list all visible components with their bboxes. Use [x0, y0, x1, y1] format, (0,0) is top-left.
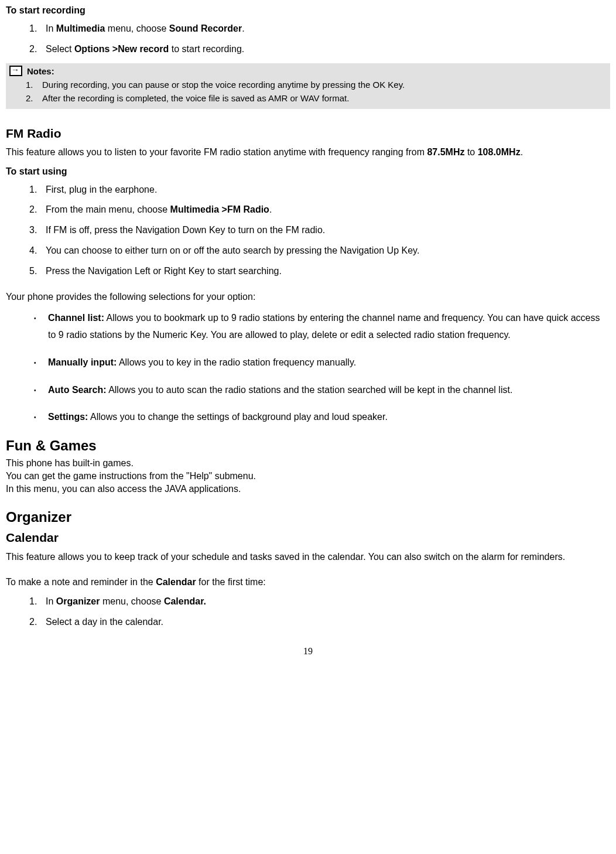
organizer-steps: 1. In Organizer menu, choose Calendar. 2… [29, 596, 610, 628]
list-item: 2. Select a day in the calendar. [29, 616, 610, 628]
fm-radio-intro: This feature allows you to listen to you… [6, 146, 610, 159]
step-text: From the main menu, choose Multimedia >F… [46, 204, 272, 216]
bullet-icon: • [34, 354, 48, 371]
step-number: 5. [29, 265, 46, 278]
step-number: 2. [29, 204, 46, 216]
list-item: 1. In Organizer menu, choose Calendar. [29, 596, 610, 608]
list-item: • Manually input: Allows you to key in t… [34, 354, 610, 371]
option-text: Manually input: Allows you to key in the… [48, 354, 356, 371]
bullet-icon: • [34, 310, 48, 344]
step-number: 2. [29, 616, 46, 628]
list-item: 1. During recording, you can pause or st… [26, 78, 607, 91]
bullet-icon: • [34, 409, 48, 426]
arrow-box-icon [9, 66, 22, 76]
step-number: 3. [29, 224, 46, 237]
fun-games-line: This phone has built-in games. [6, 457, 610, 470]
step-text: In Organizer menu, choose Calendar. [46, 596, 206, 608]
fm-start-heading: To start using [6, 166, 610, 178]
fun-games-heading: Fun & Games [6, 436, 610, 455]
fm-steps: 1. First, plug in the earphone. 2. From … [29, 184, 610, 278]
step-text: Select a day in the calendar. [46, 616, 163, 628]
list-item: • Settings: Allows you to change the set… [34, 409, 610, 426]
step-number: 1. [26, 78, 42, 91]
recording-steps: 1. In Multimedia menu, choose Sound Reco… [29, 23, 610, 56]
list-item: 2. Select Options >New record to start r… [29, 43, 610, 56]
step-text: If FM is off, press the Navigation Down … [46, 224, 325, 237]
notes-box: Notes: 1. During recording, you can paus… [6, 63, 610, 109]
step-number: 1. [29, 23, 46, 35]
list-item: • Auto Search: Allows you to auto scan t… [34, 382, 610, 399]
calendar-intro: This feature allows you to keep track of… [6, 551, 610, 563]
step-text: Press the Navigation Left or Right Key t… [46, 265, 282, 278]
make-note-line: To make a note and reminder in the Calen… [6, 576, 610, 589]
calendar-heading: Calendar [6, 530, 610, 545]
note-text: During recording, you can pause or stop … [42, 78, 405, 91]
option-text: Auto Search: Allows you to auto scan the… [48, 382, 512, 399]
option-text: Channel list: Allows you to bookmark up … [48, 310, 610, 344]
list-item: 2. From the main menu, choose Multimedia… [29, 204, 610, 216]
list-item: 1. In Multimedia menu, choose Sound Reco… [29, 23, 610, 35]
list-item: 3. If FM is off, press the Navigation Do… [29, 224, 610, 237]
page-number: 19 [6, 645, 610, 658]
step-number: 2. [29, 43, 46, 56]
fm-options-list: • Channel list: Allows you to bookmark u… [34, 310, 610, 426]
fm-options-intro: Your phone provides the following select… [6, 291, 610, 303]
list-item: 4. You can choose to either turn on or o… [29, 245, 610, 257]
step-number: 1. [29, 184, 46, 196]
step-text: Select Options >New record to start reco… [46, 43, 244, 56]
fun-games-line: You can get the game instructions from t… [6, 470, 610, 483]
note-text: After the recording is completed, the vo… [42, 92, 349, 104]
step-text: First, plug in the earphone. [46, 184, 157, 196]
notes-title: Notes: [27, 66, 54, 77]
step-number: 2. [26, 92, 42, 104]
fm-radio-heading: FM Radio [6, 125, 610, 141]
option-text: Settings: Allows you to change the setti… [48, 409, 388, 426]
step-text: You can choose to either turn on or off … [46, 245, 419, 257]
step-number: 4. [29, 245, 46, 257]
bullet-icon: • [34, 382, 48, 399]
recording-heading: To start recording [6, 5, 610, 17]
list-item: • Channel list: Allows you to bookmark u… [34, 310, 610, 344]
organizer-heading: Organizer [6, 508, 610, 526]
fun-games-line: In this menu, you can also access the JA… [6, 483, 610, 496]
list-item: 1. First, plug in the earphone. [29, 184, 610, 196]
step-text: In Multimedia menu, choose Sound Recorde… [46, 23, 245, 35]
step-number: 1. [29, 596, 46, 608]
list-item: 5. Press the Navigation Left or Right Ke… [29, 265, 610, 278]
list-item: 2. After the recording is completed, the… [26, 92, 607, 104]
